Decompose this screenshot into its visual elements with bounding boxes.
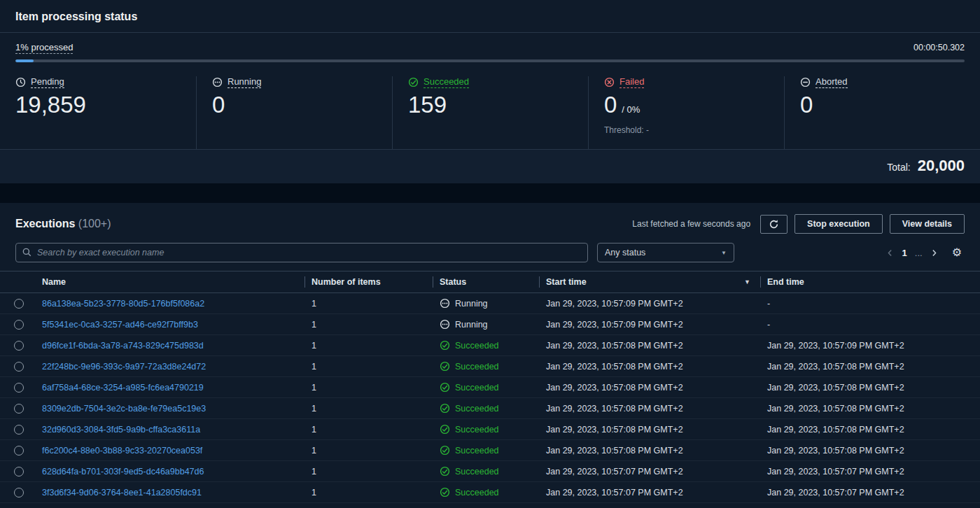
success-icon xyxy=(440,487,450,498)
column-header-status[interactable]: Status xyxy=(433,271,539,292)
progress-bar xyxy=(15,59,965,62)
cell-number-of-items: 1 xyxy=(304,320,433,330)
execution-name-link[interactable]: 8309e2db-7504-3e2c-ba8e-fe79ea5c19e3 xyxy=(42,404,206,414)
stat-pending: Pending19,859 xyxy=(0,76,196,149)
cell-start-time: Jan 29, 2023, 10:57:07 PM GMT+2 xyxy=(539,488,760,498)
stat-value-number: 159 xyxy=(408,92,447,118)
cell-end-time: Jan 29, 2023, 10:57:08 PM GMT+2 xyxy=(760,446,980,456)
success-icon xyxy=(440,340,450,351)
stat-label[interactable]: Pending xyxy=(31,76,64,88)
cell-end-time: Jan 29, 2023, 10:57:08 PM GMT+2 xyxy=(760,404,980,414)
search-input[interactable] xyxy=(15,243,588,262)
total-value: 20,000 xyxy=(918,157,965,175)
table-row: 41f6a0df-a1a7-3af7-beb7-254385ab6fb91Suc… xyxy=(0,503,980,508)
previous-page-button[interactable] xyxy=(882,246,898,260)
cell-start-time: Jan 29, 2023, 10:57:08 PM GMT+2 xyxy=(539,404,760,414)
column-header-number-of-items[interactable]: Number of items xyxy=(304,271,433,292)
execution-name-link[interactable]: f6c200c4-88e0-3b88-9c33-20270cea053f xyxy=(42,446,202,456)
cell-end-time: Jan 29, 2023, 10:57:08 PM GMT+2 xyxy=(760,362,980,372)
row-select-radio[interactable] xyxy=(14,488,24,498)
row-select-radio[interactable] xyxy=(14,446,24,456)
running-icon xyxy=(212,77,223,87)
row-select-radio[interactable] xyxy=(14,383,24,393)
status-text: Succeeded xyxy=(455,467,499,477)
view-details-button[interactable]: View details xyxy=(890,214,965,234)
execution-name-link[interactable]: 86a138ea-5b23-3778-80d5-176bf5f086a2 xyxy=(42,299,204,309)
status-filter-select[interactable]: Any status ▼ xyxy=(597,243,734,262)
stop-execution-button[interactable]: Stop execution xyxy=(794,214,883,234)
aborted-icon xyxy=(800,77,811,87)
stat-value-number: 0 xyxy=(800,92,813,118)
progress-label[interactable]: 1% processed xyxy=(15,42,73,54)
cell-number-of-items: 1 xyxy=(304,446,433,456)
execution-name-link[interactable]: 3f3d6f34-9d06-3764-8ee1-41a2805fdc91 xyxy=(42,488,202,498)
cell-start-time: Jan 29, 2023, 10:57:08 PM GMT+2 xyxy=(539,362,760,372)
table-body: 86a138ea-5b23-3778-80d5-176bf5f086a21Run… xyxy=(0,293,980,508)
row-select-radio[interactable] xyxy=(14,404,24,414)
execution-name-link[interactable]: d96fce1f-6bda-3a78-a743-829c475d983d xyxy=(42,341,204,351)
table-preferences-button[interactable]: ⚙ xyxy=(949,247,965,258)
status-text: Succeeded xyxy=(455,362,499,372)
next-page-button[interactable] xyxy=(926,246,942,260)
search-icon xyxy=(22,247,32,257)
chevron-left-icon xyxy=(886,248,895,257)
stat-label[interactable]: Failed xyxy=(620,76,644,88)
sort-descending-icon: ▼ xyxy=(744,278,750,285)
execution-name-link[interactable]: 5f5341ec-0ca3-3257-ad46-ce92f7bff9b3 xyxy=(42,320,198,330)
page-number-1[interactable]: 1 xyxy=(898,248,911,258)
status-panel-header: Item processing status xyxy=(0,0,980,33)
status-panel-title: Item processing status xyxy=(15,10,965,23)
executions-count: (100+) xyxy=(78,218,111,230)
stat-label[interactable]: Succeeded xyxy=(424,76,469,88)
table-row: 8309e2db-7504-3e2c-ba8e-fe79ea5c19e31Suc… xyxy=(0,398,980,419)
execution-name-link[interactable]: 32d960d3-3084-3fd5-9a9b-cffa3ca3611a xyxy=(42,425,200,435)
status-text: Succeeded xyxy=(455,404,499,414)
table-row: 32d960d3-3084-3fd5-9a9b-cffa3ca3611a1Suc… xyxy=(0,419,980,440)
running-icon xyxy=(440,298,450,309)
pagination: 1 ... ⚙ xyxy=(882,246,965,260)
item-processing-status-panel: Item processing status 1% processed 00:0… xyxy=(0,0,980,183)
refresh-icon xyxy=(769,219,779,230)
page: Item processing status 1% processed 00:0… xyxy=(0,0,980,508)
success-icon xyxy=(440,361,450,372)
execution-name-link[interactable]: 6af758a4-68ce-3254-a985-fc6ea4790219 xyxy=(42,383,204,393)
cell-start-time: Jan 29, 2023, 10:57:09 PM GMT+2 xyxy=(539,320,760,330)
table-row: 6af758a4-68ce-3254-a985-fc6ea47902191Suc… xyxy=(0,377,980,398)
cell-status: Succeeded xyxy=(433,382,539,393)
stat-threshold: Threshold: - xyxy=(604,125,777,135)
success-icon xyxy=(440,424,450,435)
row-select-radio[interactable] xyxy=(14,341,24,351)
execution-name-link[interactable]: 628d64fa-b701-303f-9ed5-dc46a9bb47d6 xyxy=(42,467,204,477)
success-icon xyxy=(408,77,419,87)
cell-end-time: Jan 29, 2023, 10:57:07 PM GMT+2 xyxy=(760,467,980,477)
column-header-end-time[interactable]: End time xyxy=(760,271,980,292)
status-text: Succeeded xyxy=(455,446,499,456)
cell-end-time: Jan 29, 2023, 10:57:09 PM GMT+2 xyxy=(760,341,980,351)
table-header: Name Number of items Status Start time ▼… xyxy=(0,271,980,293)
cell-number-of-items: 1 xyxy=(304,467,433,477)
elapsed-time: 00:00:50.302 xyxy=(913,43,965,52)
cell-end-time: - xyxy=(760,299,980,309)
column-header-start-time[interactable]: Start time ▼ xyxy=(539,271,760,292)
column-header-name[interactable]: Name xyxy=(35,271,304,292)
success-icon xyxy=(440,403,450,414)
cell-status: Succeeded xyxy=(433,487,539,498)
stat-value: 0 xyxy=(212,92,385,118)
row-select-radio[interactable] xyxy=(14,425,24,435)
stat-value: 0/ 0% xyxy=(604,92,777,122)
cell-status: Succeeded xyxy=(433,445,539,456)
row-select-radio[interactable] xyxy=(14,299,24,309)
execution-name-link[interactable]: 22f248bc-9e96-393c-9a97-72a3d8e24d72 xyxy=(42,362,206,372)
stat-label[interactable]: Running xyxy=(227,76,261,88)
stat-value: 19,859 xyxy=(15,92,189,118)
refresh-button[interactable] xyxy=(760,215,788,234)
failed-icon xyxy=(604,77,615,87)
cell-status: Succeeded xyxy=(433,340,539,351)
cell-end-time: Jan 29, 2023, 10:57:08 PM GMT+2 xyxy=(760,383,980,393)
search-box xyxy=(15,243,588,262)
executions-panel: Executions (100+) Last fetched a few sec… xyxy=(0,203,980,508)
row-select-radio[interactable] xyxy=(14,362,24,372)
row-select-radio[interactable] xyxy=(14,467,24,477)
stat-label[interactable]: Aborted xyxy=(816,76,848,88)
row-select-radio[interactable] xyxy=(14,320,24,330)
